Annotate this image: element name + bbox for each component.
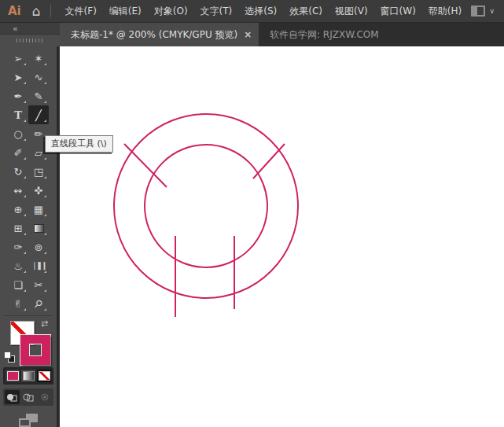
home-icon[interactable]: ⌂ (32, 5, 41, 18)
change-screen-mode-button[interactable] (19, 414, 38, 427)
eyedropper-tool[interactable]: ✑ (8, 237, 28, 256)
menu-window[interactable]: 窗口(W) (374, 0, 422, 23)
document-tab-bar: 未标题-1* @ 200% (CMYK/GPU 预览) × 软件自学网: RJZ… (60, 23, 504, 46)
mesh-tool[interactable]: ⊞ (8, 219, 28, 237)
curvature-tool[interactable]: ✎ (28, 87, 49, 105)
shaper-tool[interactable]: ✐ (8, 143, 28, 162)
menu-view[interactable]: 视图(V) (329, 0, 374, 23)
document-tab[interactable]: 未标题-1* @ 200% (CMYK/GPU 预览) × (60, 23, 259, 46)
tool-dock-header: « (0, 23, 60, 46)
pen-tool[interactable]: ✒ (8, 87, 28, 105)
draw-normal-icon (6, 392, 17, 402)
panel-divider (5, 315, 52, 316)
grip-dots-icon (17, 39, 43, 42)
illustrator-logo: Ai (8, 4, 21, 18)
panel-grip[interactable] (0, 35, 60, 46)
rotate-tool[interactable]: ↻ (8, 162, 28, 181)
selection-tool[interactable]: ➢ (8, 49, 28, 68)
menu-type[interactable]: 文字(T) (194, 0, 239, 23)
close-tab-icon[interactable]: × (244, 29, 252, 40)
scale-tool[interactable]: ◳ (28, 162, 49, 181)
document-tab-title: 未标题-1* @ 200% (CMYK/GPU 预览) (71, 28, 237, 42)
menu-help[interactable]: 帮助(H) (422, 0, 468, 23)
artwork-svg (60, 46, 501, 427)
stroke-swatch[interactable] (20, 335, 50, 365)
workspace-switcher-button[interactable]: ∨ (468, 4, 498, 18)
draw-normal-button[interactable] (5, 390, 20, 404)
width-tool[interactable]: ↭ (8, 181, 28, 200)
menu-select[interactable]: 选择(S) (238, 0, 283, 23)
chevron-down-icon: ∨ (489, 7, 495, 15)
topbar-separator (50, 5, 51, 17)
none-swatch-icon (39, 371, 50, 381)
tool-grid: ➢✶➤∿✒✎T╱○✏✐▱↻◳↭✜⊕▦⊞■✑⊚♨❘❚❙❏✂✌⚲ (0, 49, 57, 313)
ellipse-tool[interactable]: ○ (8, 124, 28, 143)
tab-row: « 未标题-1* @ 200% (CMYK/GPU 预览) × 软件自学网: R… (0, 23, 504, 46)
watermark-text: 软件自学网: RJZXW.COM (259, 28, 379, 42)
draw-inside-button[interactable] (37, 390, 52, 404)
gradient-swatch-icon (23, 371, 35, 381)
collapse-panel-icon[interactable]: « (13, 24, 18, 33)
fill-stroke-controls: ⇄ (0, 318, 57, 364)
magic-wand-tool[interactable]: ✶ (28, 49, 49, 68)
dock-collapse-bar: « (0, 23, 60, 35)
swap-fill-stroke-icon[interactable]: ⇄ (41, 318, 48, 329)
color-button[interactable] (6, 370, 20, 382)
hand-tool[interactable]: ✌ (8, 294, 28, 313)
lasso-tool[interactable]: ∿ (28, 68, 49, 87)
workspace-grid-icon (471, 6, 485, 17)
menu-object[interactable]: 对象(O) (148, 0, 194, 23)
gradient-tool[interactable]: ■ (28, 219, 49, 237)
menu-bar: 文件(F)编辑(E)对象(O)文字(T)选择(S)效果(C)视图(V)窗口(W)… (59, 0, 469, 23)
column-graph-tool[interactable]: ❘❚❙ (28, 256, 49, 275)
color-gradient-none-strip (3, 367, 53, 385)
draw-behind-button[interactable] (21, 390, 36, 404)
puppet-warp-tool[interactable]: ✜ (28, 181, 49, 200)
drawing-mode-buttons (3, 388, 53, 406)
tools-panel: ➢✶➤∿✒✎T╱○✏✐▱↻◳↭✜⊕▦⊞■✑⊚♨❘❚❙❏✂✌⚲ ⇄ (0, 46, 60, 427)
menu-edit[interactable]: 编辑(E) (103, 0, 148, 23)
color-swatch-icon (7, 371, 19, 381)
draw-inside-icon (39, 392, 50, 402)
menu-effect[interactable]: 效果(C) (283, 0, 329, 23)
direct-selection-tool[interactable]: ➤ (8, 68, 28, 87)
default-fill-stroke-icon[interactable] (4, 352, 17, 364)
line-segment-tool[interactable]: ╱ (28, 105, 49, 124)
gradient-button[interactable] (21, 370, 35, 382)
perspective-grid-tool[interactable]: ▦ (28, 200, 49, 219)
zoom-tool[interactable]: ⚲ (28, 294, 49, 313)
blend-tool[interactable]: ⊚ (28, 237, 49, 256)
symbol-sprayer-tool[interactable]: ♨ (8, 256, 28, 275)
main-area: ➢✶➤∿✒✎T╱○✏✐▱↻◳↭✜⊕▦⊞■✑⊚♨❘❚❙❏✂✌⚲ ⇄ (0, 46, 504, 427)
illustrator-window: Ai ⌂ 文件(F)编辑(E)对象(O)文字(T)选择(S)效果(C)视图(V)… (0, 0, 504, 427)
tool-tooltip: 直线段工具 (\) (45, 135, 113, 153)
type-tool[interactable]: T (8, 105, 28, 124)
artboard-canvas[interactable] (60, 46, 504, 427)
artboard-tool[interactable]: ❏ (8, 275, 28, 294)
none-button[interactable] (37, 370, 51, 382)
menu-file[interactable]: 文件(F) (59, 0, 103, 23)
shape-builder-tool[interactable]: ⊕ (8, 200, 28, 219)
draw-behind-icon (23, 392, 34, 402)
slice-tool[interactable]: ✂ (28, 275, 49, 294)
application-bar: Ai ⌂ 文件(F)编辑(E)对象(O)文字(T)选择(S)效果(C)视图(V)… (0, 0, 504, 23)
